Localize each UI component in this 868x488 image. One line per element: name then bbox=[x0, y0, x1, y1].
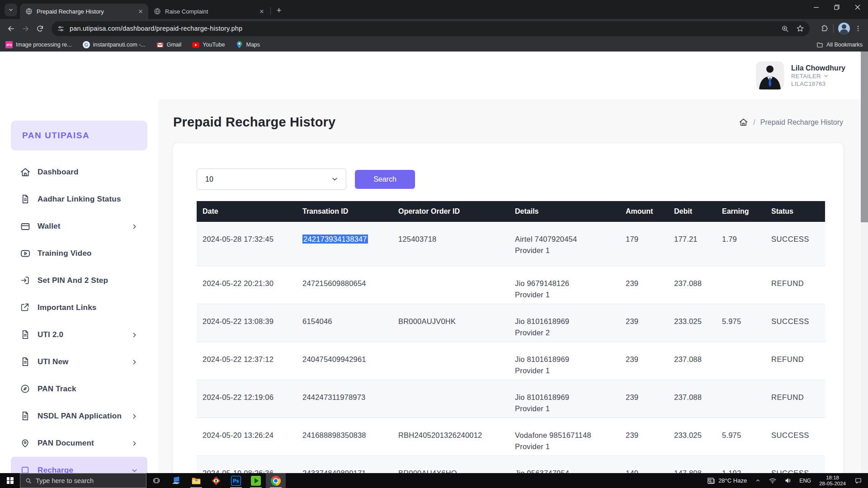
cell-amount: 149 bbox=[626, 456, 674, 473]
system-tray: 28°C Haze ENG 18:18 28-05-2024 bbox=[703, 473, 868, 488]
bookmark-youtube[interactable]: YouTube bbox=[192, 41, 225, 48]
language-indicator[interactable]: ENG bbox=[796, 478, 815, 484]
sidebar-item-aadhar-linking-status[interactable]: Aadhar Linking Status bbox=[11, 186, 147, 213]
tab-search-button[interactable] bbox=[5, 4, 17, 16]
user-name: Lila Chowdhury bbox=[791, 64, 845, 72]
weather-widget[interactable]: 28°C Haze bbox=[703, 473, 751, 488]
tab-raise-complaint[interactable]: Raise Complaint ✕ bbox=[148, 4, 269, 19]
tab-close-icon[interactable]: ✕ bbox=[137, 7, 145, 15]
cell-earning bbox=[722, 380, 771, 418]
user-profile[interactable]: Lila Chowdhury RETAILER LILAC18763 bbox=[756, 61, 845, 89]
bookmark-gmail[interactable]: Gmail bbox=[156, 41, 182, 48]
cell-operator-order-id: RBH2405201326240012 bbox=[398, 418, 515, 455]
cell-status: SUCCESS bbox=[771, 222, 825, 266]
close-window-button[interactable] bbox=[847, 0, 868, 14]
notification-center-icon[interactable] bbox=[850, 473, 868, 488]
cell-details: Jio 8101618969Provider 1 bbox=[515, 342, 626, 380]
zoom-icon[interactable] bbox=[781, 25, 789, 33]
restore-button[interactable] bbox=[826, 0, 847, 14]
sidebar-item-label: UTI New bbox=[38, 357, 68, 366]
minimize-button[interactable] bbox=[806, 0, 826, 14]
task-view-button[interactable] bbox=[146, 473, 166, 488]
wifi-icon[interactable] bbox=[765, 473, 780, 488]
column-header-date: Date bbox=[197, 207, 302, 216]
sidebar-item-nsdl-pan-application[interactable]: NSDL PAN Application bbox=[11, 403, 147, 430]
reload-icon[interactable] bbox=[33, 21, 47, 36]
table-row: 2024-05-22 12:19:06244247311978973Jio 81… bbox=[197, 380, 825, 418]
all-bookmarks-button[interactable]: All Bookmarks bbox=[816, 42, 863, 48]
browser-toolbar: pan.utipaisa.com/dashboard/prepaid-recha… bbox=[0, 19, 868, 38]
search-button[interactable]: Search bbox=[355, 170, 415, 189]
sidebar-item-uti-2-0[interactable]: UTI 2.0 bbox=[11, 321, 147, 348]
extensions-icon[interactable] bbox=[821, 24, 829, 33]
site-settings-icon[interactable] bbox=[57, 25, 65, 33]
cell-details: Jio 8101618969Provider 1 bbox=[515, 380, 626, 418]
taskbar-search[interactable]: Type here to search bbox=[20, 473, 146, 488]
sidebar-item-pan-track[interactable]: PAN Track bbox=[11, 375, 147, 403]
sidebar-item-pan-document[interactable]: PAN Document bbox=[11, 430, 147, 457]
scrollbar-thumb[interactable] bbox=[861, 52, 868, 222]
sidebar-item-dashboard[interactable]: Dashboard bbox=[11, 159, 147, 186]
app-chrome-icon[interactable] bbox=[266, 473, 286, 488]
app-media-player-icon[interactable] bbox=[246, 473, 266, 488]
volume-icon[interactable] bbox=[780, 473, 796, 488]
sidebar-item-set-pin-and-2-step[interactable]: Set PIN And 2 Step bbox=[11, 267, 147, 294]
recharge-history-table: DateTransation IDOperator Order IDDetail… bbox=[197, 201, 825, 473]
photoshop-badge: Ps bbox=[231, 476, 241, 486]
start-button[interactable] bbox=[0, 473, 20, 488]
column-header-operator-order-id: Operator Order ID bbox=[398, 207, 515, 216]
tray-chevron-up-icon[interactable] bbox=[751, 473, 765, 488]
new-tab-button[interactable]: + bbox=[273, 4, 285, 17]
windows-taskbar: Type here to search Ps 28°C Haze ENG 18:… bbox=[0, 473, 868, 488]
sidebar-item-recharge[interactable]: Recharge bbox=[11, 457, 147, 473]
browser-menu-icon[interactable] bbox=[854, 25, 862, 32]
forward-icon[interactable] bbox=[18, 21, 33, 36]
extlink-icon bbox=[20, 302, 31, 313]
cell-debit: 147.808 bbox=[674, 456, 722, 473]
cell-status: SUCCESS bbox=[771, 456, 825, 473]
selected-text: 242173934138347 bbox=[302, 235, 368, 244]
bookmark-star-icon[interactable] bbox=[796, 24, 804, 33]
chrome-logo-icon bbox=[271, 476, 281, 486]
bookmark-label: Image processing re... bbox=[16, 42, 72, 48]
app-photoshop-icon[interactable]: Ps bbox=[226, 473, 246, 488]
brand-logo[interactable]: PAN UTIPAISA bbox=[11, 121, 147, 150]
url-bar[interactable]: pan.utipaisa.com/dashboard/prepaid-recha… bbox=[52, 21, 810, 36]
sidebar-item-label: Training Video bbox=[38, 249, 92, 258]
sidebar-item-important-links[interactable]: Important Links bbox=[11, 294, 147, 321]
column-header-earning: Earning bbox=[722, 207, 771, 216]
page-scrollbar[interactable] bbox=[861, 52, 868, 473]
tab-prepaid-recharge-history[interactable]: Prepaid Recharge History ✕ bbox=[20, 4, 148, 19]
sidebar-item-uti-new[interactable]: UTI New bbox=[11, 348, 147, 375]
app-file-explorer-icon[interactable] bbox=[186, 473, 206, 488]
column-header-amount: Amount bbox=[626, 207, 674, 216]
browser-profile-avatar[interactable] bbox=[838, 23, 850, 34]
chevron-right-icon bbox=[131, 331, 138, 339]
chevron-down-icon[interactable] bbox=[823, 73, 829, 79]
cell-earning bbox=[722, 266, 771, 304]
page-size-select[interactable]: 10 bbox=[197, 169, 346, 190]
jpg-icon: JPG bbox=[5, 41, 13, 48]
cell-operator-order-id: BR000AUJV0HK bbox=[398, 304, 515, 342]
bookmark-instantpanuti-com[interactable]: Ginstantpanuti.com -... bbox=[83, 41, 146, 48]
clock[interactable]: 18:18 28-05-2024 bbox=[815, 475, 850, 487]
cell-operator-order-id bbox=[398, 342, 515, 380]
url-text: pan.utipaisa.com/dashboard/prepaid-recha… bbox=[70, 25, 774, 32]
sidebar-item-wallet[interactable]: Wallet bbox=[11, 213, 147, 240]
bookmarks-bar: JPGImage processing re...Ginstantpanuti.… bbox=[0, 38, 868, 52]
cell-earning bbox=[722, 342, 771, 380]
cell-amount: 239 bbox=[626, 266, 674, 304]
app-remote-desktop-icon[interactable] bbox=[166, 473, 186, 488]
sidebar-item-training-video[interactable]: Training Video bbox=[11, 240, 147, 267]
bookmark-image-processing-re[interactable]: JPGImage processing re... bbox=[5, 41, 72, 48]
sidebar-item-label: Aadhar Linking Status bbox=[38, 195, 121, 204]
app-image-viewer-icon[interactable] bbox=[206, 473, 226, 488]
cell-operator-order-id: BR000AU4X6HQ bbox=[398, 456, 515, 473]
cell-debit: 237.088 bbox=[674, 342, 722, 380]
sidebar-item-label: Set PIN And 2 Step bbox=[38, 276, 108, 285]
table-row: 2024-05-20 13:26:24241688898350838RBH240… bbox=[197, 418, 825, 456]
bookmark-maps[interactable]: Maps bbox=[236, 41, 260, 48]
back-icon[interactable] bbox=[4, 21, 18, 36]
tab-close-icon[interactable]: ✕ bbox=[258, 7, 266, 15]
home-icon[interactable] bbox=[739, 117, 748, 127]
